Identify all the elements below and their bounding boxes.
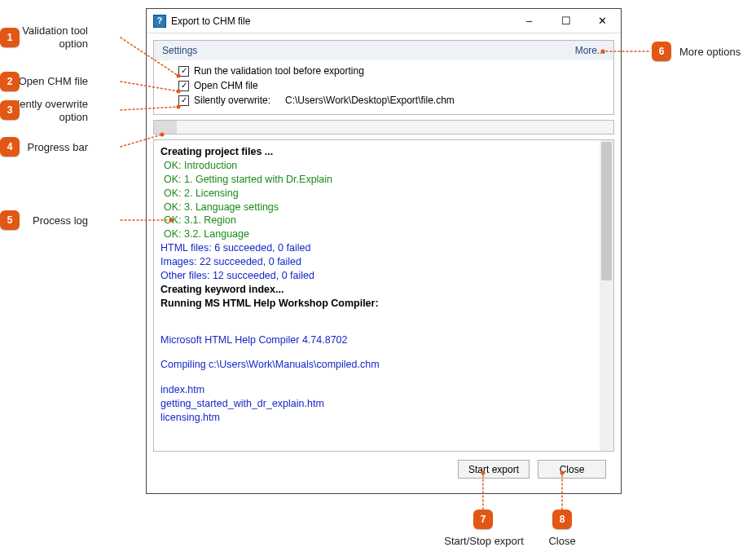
log-line: HTML files: 6 succeeded, 0 failed <box>160 241 593 255</box>
open-chm-checkbox[interactable] <box>178 81 189 91</box>
window-close-button[interactable]: ✕ <box>584 10 621 33</box>
callout-badge-3: 3 <box>0 100 20 120</box>
silent-overwrite-path: C:\Users\Work\Desktop\Export\file.chm <box>285 95 455 106</box>
silent-overwrite-row: Silently overwrite: C:\Users\Work\Deskto… <box>178 95 605 106</box>
log-line: OK: 2. Licensing <box>164 187 593 201</box>
log-line: Microsoft HTML Help Compiler 4.74.8702 <box>160 333 593 347</box>
callout-badge-7: 7 <box>473 510 493 529</box>
open-chm-label: Open CHM file <box>194 80 258 91</box>
log-line: index.htm <box>160 383 593 397</box>
titlebar: ? Export to CHM file – ☐ ✕ <box>147 9 621 33</box>
callout-badge-5: 5 <box>0 210 20 230</box>
app-icon: ? <box>153 15 166 28</box>
settings-body: Run the validation tool before exporting… <box>154 60 613 114</box>
window-title: Export to CHM file <box>171 15 250 27</box>
progress-bar <box>153 120 614 135</box>
log-line: Creating project files ... <box>160 145 593 159</box>
minimize-button[interactable]: – <box>511 10 547 33</box>
log-line: OK: Introduction <box>164 159 593 173</box>
dialog-content: Settings More... Run the validation tool… <box>147 33 621 493</box>
callout-label-7: Start/Stop export <box>443 535 525 548</box>
run-validation-checkbox[interactable] <box>178 66 189 77</box>
log-line <box>160 311 593 322</box>
log-line: Images: 22 succeeded, 0 failed <box>160 255 593 269</box>
button-bar: Start export Close <box>153 457 614 487</box>
log-scrollbar[interactable] <box>600 140 613 451</box>
log-body[interactable]: Creating project files ...OK: Introducti… <box>154 140 600 451</box>
settings-header: Settings More... <box>154 41 613 60</box>
more-link[interactable]: More... <box>575 45 605 56</box>
start-export-button[interactable]: Start export <box>458 460 530 479</box>
process-log: Creating project files ...OK: Introducti… <box>153 139 614 452</box>
silent-overwrite-label: Silently overwrite: <box>194 95 270 106</box>
log-line <box>160 372 593 383</box>
callout-badge-6: 6 <box>652 42 671 61</box>
callout-badge-4: 4 <box>0 137 20 157</box>
callout-label-8: Close <box>535 535 589 548</box>
log-line: Running MS HTML Help Workshop Compiler: <box>160 297 593 311</box>
log-line: OK: 3. Language settings <box>164 201 593 214</box>
log-line: Other files: 12 succeeded, 0 failed <box>160 269 593 283</box>
export-dialog: ? Export to CHM file – ☐ ✕ Settings More… <box>146 8 622 494</box>
settings-panel: Settings More... Run the validation tool… <box>153 40 614 115</box>
callout-badge-8: 8 <box>552 510 572 529</box>
progress-fill <box>154 121 177 134</box>
run-validation-label: Run the validation tool before exporting <box>194 65 364 77</box>
log-line: getting_started_with_dr_explain.htm <box>160 397 593 411</box>
log-line: licensing.htm <box>160 411 593 425</box>
log-line <box>160 346 593 358</box>
log-line: Compiling c:\Users\Work\Manuals\compiled… <box>160 358 593 372</box>
log-scroll-thumb[interactable] <box>601 142 612 280</box>
maximize-button[interactable]: ☐ <box>547 10 584 33</box>
callout-badge-2: 2 <box>0 72 20 91</box>
log-line: OK: 3.2. Language <box>164 227 593 241</box>
close-button[interactable]: Close <box>538 460 606 479</box>
open-chm-row: Open CHM file <box>178 80 605 91</box>
callout-label-6: More options <box>679 46 753 59</box>
callout-badge-1: 1 <box>0 28 20 47</box>
run-validation-row: Run the validation tool before exporting <box>178 65 605 77</box>
log-line <box>160 322 593 333</box>
settings-header-label: Settings <box>162 45 197 56</box>
silent-overwrite-checkbox[interactable] <box>178 95 189 106</box>
log-line: OK: 1. Getting started with Dr.Explain <box>164 173 593 187</box>
log-line: Creating keyword index... <box>160 283 593 297</box>
log-line: OK: 3.1. Region <box>164 214 593 227</box>
